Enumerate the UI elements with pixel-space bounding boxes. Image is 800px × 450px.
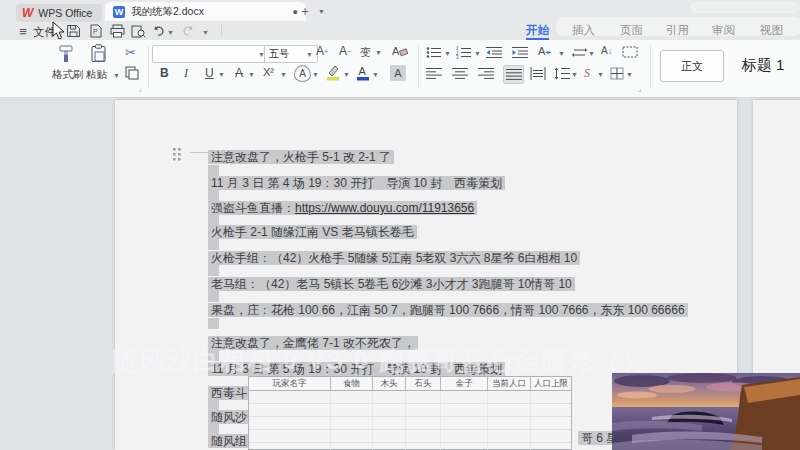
line-spacing-icon[interactable]	[554, 67, 570, 80]
doc-line-8[interactable]: 注意改盘了，金鹰佬 7-1 改不死农了，	[208, 336, 418, 350]
paragraph-shading-caret-icon[interactable]: ▼	[597, 71, 604, 78]
superscript-icon[interactable]: X²	[263, 66, 274, 78]
tab-references[interactable]: 引用	[666, 22, 689, 38]
col-stone[interactable]: 石头	[406, 377, 441, 390]
highlight-caret-icon[interactable]: ▼	[343, 71, 350, 78]
underline-caret-icon[interactable]: ▼	[218, 71, 225, 78]
new-tab-button[interactable]: ＋	[298, 4, 312, 18]
numbered-list-caret-icon[interactable]: ▼	[474, 50, 481, 57]
show-marks-icon[interactable]	[622, 46, 638, 58]
tab-insert[interactable]: 插入	[572, 22, 595, 38]
increase-indent-icon[interactable]	[512, 46, 528, 59]
save-icon[interactable]	[66, 24, 81, 38]
doc-line-5[interactable]: 火枪手组：（42）火枪手 5随缘 5江南 5老双 3六六 8星爷 6白相相 10	[208, 251, 580, 265]
numbered-list-icon[interactable]: 123	[456, 46, 472, 59]
table-row[interactable]	[249, 391, 571, 404]
bullet-list-caret-icon[interactable]: ▼	[444, 50, 451, 57]
align-center-icon[interactable]	[452, 67, 468, 80]
superscript-caret-icon[interactable]: ▼	[280, 71, 287, 78]
style-heading1-button[interactable]: 标题 1	[730, 50, 796, 80]
paragraph-group-expander[interactable]: ⌟	[638, 84, 642, 93]
tab-review[interactable]: 审阅	[712, 22, 735, 38]
doc-line-7[interactable]: 果盘，庄：花枪 100 66，江南 50 7，跑腿哥 100 7666，情哥 1…	[208, 303, 688, 317]
character-border-icon[interactable]: A	[294, 65, 311, 82]
print-preview-icon[interactable]	[131, 24, 146, 38]
global-menu-icon[interactable]: ≡	[16, 25, 30, 37]
table-row[interactable]	[249, 443, 571, 450]
style-normal-button[interactable]: 正文	[660, 50, 724, 82]
paste-caret-icon[interactable]: ▼	[113, 72, 120, 79]
doc-fragment-row1[interactable]: 西毒斗	[208, 386, 250, 400]
table-row[interactable]	[249, 417, 571, 430]
text-effects-caret-icon[interactable]: ▼	[375, 49, 382, 56]
character-scale-icon[interactable]: A◂▸	[538, 45, 551, 57]
text-direction-icon[interactable]	[572, 47, 587, 58]
paste-label[interactable]: 粘贴	[86, 68, 107, 82]
undo-icon[interactable]	[152, 25, 165, 37]
text-effects-icon[interactable]: 变	[360, 45, 371, 60]
copy-icon[interactable]	[125, 66, 139, 80]
decrease-indent-icon[interactable]	[486, 46, 502, 59]
decrease-font-icon[interactable]: A−	[339, 44, 351, 58]
table-row[interactable]	[249, 430, 571, 443]
doc-fragment-row3[interactable]: 随风组	[208, 434, 250, 448]
underline-icon[interactable]: U	[205, 66, 214, 80]
character-scale-caret-icon[interactable]: ▼	[558, 50, 565, 57]
col-wood[interactable]: 木头	[373, 377, 406, 390]
paste-icon[interactable]	[90, 44, 107, 63]
increase-font-icon[interactable]: A+	[316, 44, 328, 58]
tab-page-layout[interactable]: 页面	[620, 22, 643, 38]
font-color-icon[interactable]: A	[356, 64, 370, 81]
col-current-pop[interactable]: 当前人口	[488, 377, 531, 390]
document-tab[interactable]: W 我的统筹2.docx ●	[105, 2, 306, 21]
justify-icon[interactable]	[503, 65, 524, 84]
character-shading-icon[interactable]: A	[390, 65, 406, 81]
doc-fragment-row2[interactable]: 随风沙	[208, 410, 250, 424]
doc-line-4[interactable]: 火枪手 2-1 随缘江南 VS 老马镇长卷毛	[208, 225, 417, 239]
format-painter-label[interactable]: 格式刷	[52, 68, 84, 82]
print-icon[interactable]	[110, 24, 125, 38]
col-gold[interactable]: 金子	[441, 377, 488, 390]
sort-icon[interactable]: A↓	[601, 45, 612, 56]
line-spacing-caret-icon[interactable]: ▼	[571, 71, 578, 78]
highlight-color-icon[interactable]	[325, 64, 341, 81]
undo-caret-icon[interactable]: ▼	[167, 29, 174, 36]
doc-line-2[interactable]: 11 月 3 日 第 4 场 19：30 开打 导演 10 封 西毒策划	[208, 176, 505, 190]
bold-icon[interactable]: B	[160, 66, 169, 80]
align-right-icon[interactable]	[478, 67, 494, 80]
clipboard-group-expander[interactable]: ⌟	[138, 84, 142, 93]
col-player-name[interactable]: 玩家名字	[249, 377, 331, 390]
douyu-link[interactable]: https://www.douyu.com/11913656	[295, 201, 474, 215]
doc-line-1[interactable]: 注意改盘了，火枪手 5-1 改 2-1 了	[208, 150, 394, 164]
doc-line-6[interactable]: 老马组：（42）老马 5镇长 5卷毛 6沙滩 3小才才 3跑腿哥 10情哥 10	[208, 277, 575, 291]
table-row[interactable]	[249, 404, 571, 417]
doc-line-3[interactable]: 强盗斗鱼直播：https://www.douyu.com/11913656	[208, 201, 477, 215]
strikethrough-icon[interactable]: A	[235, 66, 243, 80]
paragraph-drag-handle-icon[interactable]	[172, 147, 182, 162]
paragraph-shading-icon[interactable]: S	[584, 66, 590, 81]
bullet-list-icon[interactable]	[426, 46, 442, 59]
col-food[interactable]: 食物	[331, 377, 373, 390]
clear-format-icon[interactable]: A	[392, 44, 408, 58]
wps-home-button[interactable]: W WPS Office	[16, 4, 102, 22]
quickbar-more-caret-icon[interactable]: ▼	[202, 29, 209, 36]
cut-icon[interactable]: ✂	[125, 45, 136, 60]
col-pop-limit[interactable]: 人口上限	[531, 377, 571, 390]
redo-icon[interactable]	[182, 25, 195, 37]
font-family-select[interactable]: ▼	[152, 45, 270, 63]
distribute-icon[interactable]	[530, 67, 546, 80]
borders-caret-icon[interactable]: ▼	[626, 71, 633, 78]
borders-icon[interactable]	[610, 67, 624, 80]
italic-icon[interactable]: I	[184, 66, 188, 81]
tab-home[interactable]: 开始	[526, 22, 549, 40]
tab-view[interactable]: 视图	[760, 22, 783, 38]
font-size-select[interactable]: 五号▼	[264, 45, 318, 63]
font-color-caret-icon[interactable]: ▼	[372, 71, 379, 78]
format-painter-icon[interactable]	[56, 45, 76, 63]
doc-line-9[interactable]: 11 月 3 日 第 5 场 19：30 开打 导演 10 封 西毒策划	[208, 362, 505, 376]
export-pdf-icon[interactable]: P	[89, 24, 103, 38]
tab-list-caret-icon[interactable]: ▼	[318, 8, 325, 15]
align-left-icon[interactable]	[426, 67, 442, 80]
stats-table[interactable]: 玩家名字 食物 木头 石头 金子 当前人口 人口上限	[248, 376, 572, 450]
strikethrough-caret-icon[interactable]: ▼	[248, 71, 255, 78]
